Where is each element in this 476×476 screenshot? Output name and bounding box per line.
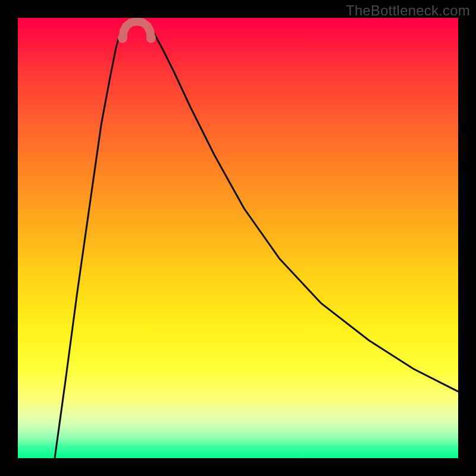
curve-svg (18, 18, 458, 458)
watermark-text: TheBottleneck.com (346, 2, 470, 19)
curve-right-branch (148, 24, 458, 392)
cap-dot-right-icon (146, 33, 156, 43)
curve-bottom-cap (123, 21, 151, 38)
chart-frame: TheBottleneck.com (0, 0, 476, 476)
curve-left-branch (55, 24, 126, 458)
plot-area (18, 18, 458, 458)
cap-dot-left-icon (118, 33, 127, 43)
